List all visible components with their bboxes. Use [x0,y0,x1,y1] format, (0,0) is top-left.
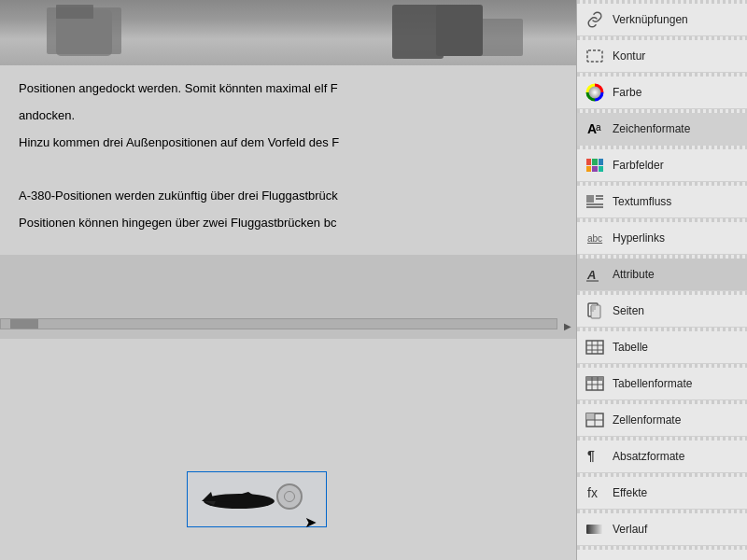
farbe-label: Farbe [613,86,740,99]
airplane-image [192,477,286,519]
verlauf-icon [585,519,605,539]
panel-item-absatzformate[interactable]: ¶ Absatzformate [577,441,747,473]
zellenformate-label: Zellenformate [613,413,740,427]
cursor-icon: ➤ [304,513,317,531]
svg-text:A: A [586,268,596,282]
panel-item-verlauf[interactable]: Verlauf [577,513,747,546]
text-line-5: A-380-Positionen werden zukünftig über d… [19,187,557,206]
textumfluss-label: Textumfluss [613,195,740,208]
panel-item-attribute[interactable]: A Attribute [577,259,747,291]
text-content: Positionen angedockt werden. Somit könnt… [0,65,576,255]
kontur-label: Kontur [613,49,740,63]
absatzformate-label: Absatzformate [613,450,740,463]
zellenformate-icon [585,410,605,430]
selection-box: ➤ [187,471,327,527]
tabelle-label: Tabelle [613,341,740,354]
zeichenformate-icon: A a [585,119,605,139]
main-content: Positionen angedockt werden. Somit könnt… [0,0,576,560]
panel-item-tabelle[interactable]: Tabelle [577,331,747,364]
svg-rect-43 [586,525,603,534]
farbfelder-label: Farbfelder [613,159,740,172]
effekte-label: Effekte [613,486,740,499]
panel-item-farbfelder[interactable]: Farbfelder [577,149,747,182]
panel-item-zellenformate[interactable]: Zellenformate [577,404,747,437]
tabelle-icon [585,337,605,357]
panel-item-zeichenformate[interactable]: A a Zeichenformate [577,113,747,146]
svg-rect-9 [587,50,602,62]
text-line-6: Positionen können hingegen über zwei Flu… [19,214,557,233]
scrollbar-thumb[interactable] [10,319,38,329]
attribute-label: Attribute [613,268,740,281]
panel-item-kontur[interactable]: Kontur [577,40,747,73]
image-selection-area[interactable]: ➤ [187,471,336,532]
panel-item-farbe[interactable]: Farbe [577,77,747,109]
verlauf-label: Verlauf [613,523,740,536]
verknuepfungen-label: Verknüpfungen [613,13,740,26]
svg-rect-33 [586,377,603,381]
svg-rect-2 [392,5,444,59]
panel-item-textumfluss[interactable]: Textumfluss [577,186,747,218]
svg-rect-4 [476,19,523,56]
bottom-bar: ▶ [0,255,576,339]
top-image [0,0,576,65]
link-icon [585,9,605,30]
svg-rect-14 [586,195,594,203]
horizontal-scrollbar[interactable] [0,318,557,329]
svg-rect-1 [56,5,93,19]
attribute-icon: A [585,264,605,285]
hyperlinks-label: Hyperlinks [613,231,740,245]
text-line-1: Positionen angedockt werden. Somit könnt… [19,79,557,99]
svg-rect-27 [586,341,603,354]
absatzformate-icon: ¶ [585,446,605,467]
effekte-icon: fx [585,483,605,503]
svg-marker-7 [202,492,214,501]
panel-item-verknuepfungen[interactable]: Verknüpfungen [577,4,747,36]
svg-rect-38 [586,413,595,420]
textumfluss-icon [585,191,605,212]
tabellenformate-label: Tabellenformate [613,377,740,390]
seiten-icon [585,301,605,321]
text-line-3: Hinzu kommen drei Außenpositionen auf de… [19,133,557,153]
hyperlinks-icon: abc [585,228,605,248]
panel-item-hyperlinks[interactable]: abc Hyperlinks [577,222,747,255]
farbe-icon [585,82,605,103]
target-circle [276,483,303,510]
right-panel: Verknüpfungen Kontur [576,0,747,560]
panel-item-seiten[interactable]: Seiten [577,295,747,328]
text-line-4 [19,160,557,179]
svg-text:a: a [596,122,601,133]
scroll-right-arrow[interactable]: ▶ [564,321,571,331]
zeichenformate-label: Zeichenformate [613,122,740,135]
svg-text:¶: ¶ [587,448,595,463]
separator-bottom [577,546,747,550]
tabellenformate-icon [585,373,605,394]
svg-text:fx: fx [587,485,598,500]
farbfelder-icon [585,155,605,175]
panel-item-effekte[interactable]: fx Effekte [577,477,747,510]
text-line-2: andocken. [19,106,557,126]
panel-item-tabellenformate[interactable]: Tabellenformate [577,368,747,400]
svg-rect-3 [448,14,476,56]
svg-text:abc: abc [587,233,602,244]
kontur-icon [585,46,605,66]
seiten-label: Seiten [613,304,740,317]
